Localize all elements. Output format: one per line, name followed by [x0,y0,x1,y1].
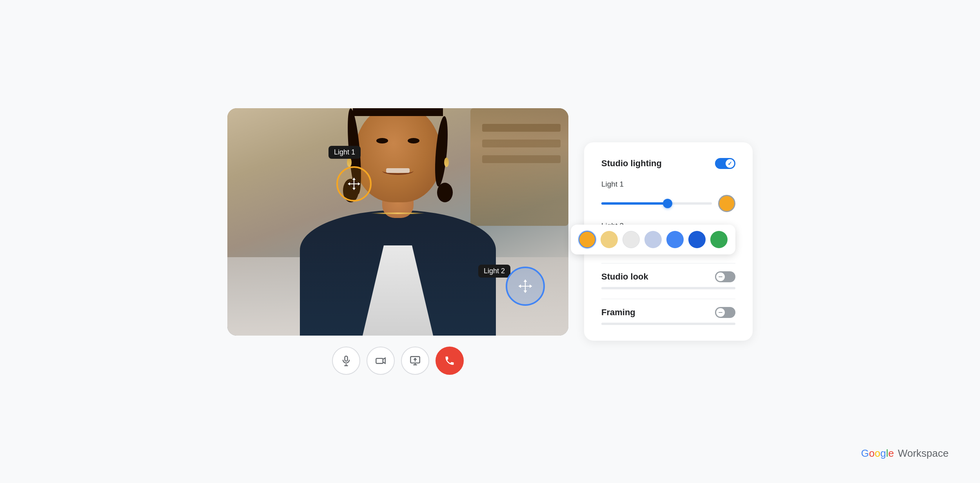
studio-look-label: Studio look [601,272,648,282]
color-swatch-orange[interactable] [579,231,596,248]
video-controls [227,347,568,375]
share-button[interactable] [401,347,429,375]
studio-look-toggle[interactable] [715,271,735,282]
google-workspace-logo: Google Workspace [861,447,949,459]
mic-icon [341,355,352,366]
light1-slider-row [601,195,735,212]
google-logo-text: Google [861,447,894,459]
divider-1 [601,263,735,263]
light1-slider-fill [601,202,668,205]
svg-rect-3 [376,358,383,363]
svg-rect-0 [345,356,348,361]
video-section: Light 1 Light 2 [227,108,568,375]
framing-slider [601,323,735,325]
light1-color-circle[interactable] [718,195,735,212]
framing-row: Framing [601,307,735,318]
settings-panel: Studio lighting ✓ Light 1 [584,142,753,341]
toggle-minus-icon-2 [719,312,722,313]
light1-handle[interactable] [336,166,372,202]
workspace-logo-text: Workspace [898,447,949,459]
divider-2 [601,299,735,299]
mic-button[interactable] [332,347,360,375]
color-swatch-blue[interactable] [666,231,684,248]
color-picker-popup [571,225,735,254]
color-swatch-dark-blue[interactable] [688,231,706,248]
light1-slider-track [601,202,712,205]
toggle-minus-icon [719,276,722,277]
studio-lighting-label: Studio lighting [601,158,662,169]
video-frame: Light 1 Light 2 [227,108,568,336]
light1-slider-thumb[interactable] [663,199,672,208]
camera-icon [375,355,386,366]
camera-button[interactable] [367,347,395,375]
light2-tooltip: Light 2 [478,265,510,278]
color-swatch-green[interactable] [710,231,728,248]
framing-label: Framing [601,307,635,318]
light2-tooltip-label: Light 2 [484,267,505,275]
move-icon-2 [517,278,534,295]
light1-panel-label: Light 1 [601,180,735,189]
toggle-check-icon: ✓ [728,160,732,167]
share-icon [410,355,421,366]
color-swatch-white[interactable] [622,231,640,248]
color-swatch-light-orange[interactable] [601,231,618,248]
studio-lighting-row: Studio lighting ✓ [601,158,735,169]
end-call-icon [444,355,455,366]
end-call-button[interactable] [436,347,464,375]
move-icon [346,176,362,192]
studio-look-row: Studio look [601,271,735,282]
framing-toggle[interactable] [715,307,735,318]
light2-handle[interactable] [506,267,545,306]
color-swatch-light-blue[interactable] [644,231,662,248]
studio-look-slider [601,287,735,289]
light1-tooltip-label: Light 1 [334,148,355,156]
light1-tooltip: Light 1 [328,146,361,159]
studio-lighting-toggle[interactable]: ✓ [715,158,735,169]
